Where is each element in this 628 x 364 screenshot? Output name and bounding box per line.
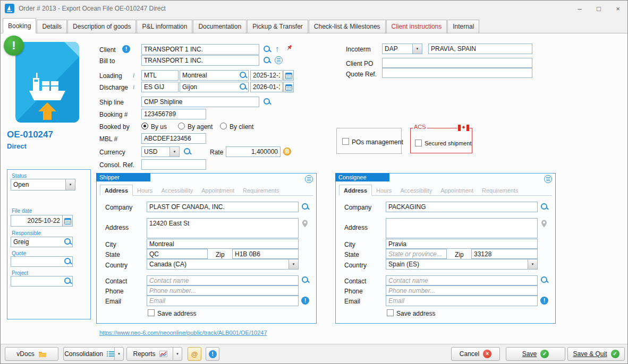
tab-booking[interactable]: Booking: [3, 18, 36, 33]
dropdown-arrow-icon[interactable]: ▼: [528, 259, 537, 269]
consignee-tab-requirements[interactable]: Requirements: [478, 185, 522, 195]
tab-details[interactable]: Details: [37, 20, 67, 33]
shipper-zip-field[interactable]: [232, 249, 299, 259]
shipper-email-field[interactable]: [147, 296, 299, 306]
pos-management-checkbox[interactable]: [342, 138, 349, 145]
consignee-tab-hours[interactable]: Hours: [372, 185, 396, 195]
shipper-menu-icon[interactable]: [305, 175, 313, 183]
consignee-tab-appointment[interactable]: Appointment: [436, 185, 478, 195]
shipper-company-search-icon[interactable]: [301, 203, 310, 211]
discharge-city-field[interactable]: [180, 82, 249, 92]
loading-date-calendar-icon[interactable]: [283, 70, 294, 81]
email-button[interactable]: @: [188, 347, 201, 361]
shipper-tab-accessibility[interactable]: Accessibility: [157, 185, 197, 195]
tab-checklist-milestones[interactable]: Check-list & Milestones: [309, 20, 386, 33]
bill-to-menu-icon[interactable]: [275, 56, 283, 64]
client-field[interactable]: [141, 44, 259, 55]
loading-city-field[interactable]: [180, 70, 249, 81]
discharge-code-field[interactable]: [141, 82, 179, 92]
loading-info-icon[interactable]: i: [133, 72, 134, 80]
file-date-field[interactable]: [11, 215, 63, 227]
consignee-tab-accessibility[interactable]: Accessibility: [396, 185, 436, 195]
dropdown-arrow-icon[interactable]: ▼: [169, 147, 179, 157]
incoterm-select[interactable]: DAP ▼: [382, 44, 422, 54]
shipper-phone-field[interactable]: [147, 285, 299, 296]
tab-pl-information[interactable]: P&L information: [137, 20, 192, 33]
consignee-phone-field[interactable]: [386, 285, 538, 296]
loading-code-field[interactable]: [141, 70, 179, 81]
consignee-save-address-checkbox[interactable]: [387, 309, 394, 316]
bill-to-search-icon[interactable]: [263, 56, 271, 65]
shipper-contact-search-icon[interactable]: [301, 276, 310, 284]
consignee-company-field[interactable]: [386, 202, 538, 212]
consignee-country-select[interactable]: Spain (ES) ▼: [386, 259, 538, 270]
client-po-field[interactable]: [382, 58, 532, 68]
save-button[interactable]: Save ✓: [506, 347, 565, 361]
tab-pickup-transfer[interactable]: Pickup & Transfer: [247, 20, 308, 33]
consignee-contact-search-icon[interactable]: [540, 276, 549, 284]
incoterm-place-field[interactable]: [428, 44, 532, 54]
shipper-tab-address[interactable]: Address: [100, 185, 133, 196]
shipper-tab-appointment[interactable]: Appointment: [197, 185, 239, 195]
consignee-contact-field[interactable]: [386, 275, 538, 285]
consol-ref-field[interactable]: [141, 159, 206, 170]
client-open-icon[interactable]: ↑: [275, 45, 279, 53]
consignee-zip-field[interactable]: [471, 249, 538, 259]
tracking-link[interactable]: https://www.neo-6.com/neoonline/public/t…: [99, 330, 267, 336]
discharge-date-field[interactable]: [250, 82, 283, 92]
shipper-country-select[interactable]: Canada (CA) ▼: [147, 259, 299, 270]
shipper-tab-hours[interactable]: Hours: [133, 185, 157, 195]
tab-internal[interactable]: Internal: [447, 20, 479, 33]
maximize-button[interactable]: □: [589, 1, 608, 16]
vdocs-button[interactable]: vDocs: [5, 347, 58, 361]
tab-client-instructions[interactable]: Client instructions: [386, 20, 447, 33]
currency-select[interactable]: USD ▼: [141, 146, 180, 157]
bill-to-field[interactable]: [141, 55, 259, 66]
booked-by-agent-radio[interactable]: [178, 123, 185, 129]
minimize-button[interactable]: –: [570, 1, 589, 16]
reports-button[interactable]: Reports ▼: [126, 347, 182, 361]
shipper-company-field[interactable]: [147, 202, 299, 212]
consignee-city-field[interactable]: [386, 239, 538, 249]
cancel-button[interactable]: Cancel ×: [451, 347, 500, 361]
dropdown-arrow-icon[interactable]: ▼: [288, 259, 298, 269]
ship-line-search-icon[interactable]: [263, 98, 271, 106]
save-quit-button[interactable]: Save & Quit ✓: [567, 347, 625, 361]
ship-line-field[interactable]: [141, 97, 259, 107]
secured-shipment-checkbox[interactable]: [415, 140, 422, 146]
booked-by-client-radio[interactable]: [220, 123, 227, 129]
shipper-state-field[interactable]: [147, 249, 208, 259]
client-pin-icon[interactable]: [286, 45, 293, 54]
rate-field[interactable]: [226, 146, 281, 157]
discharge-info-icon[interactable]: i: [133, 83, 134, 91]
dropdown-arrow-icon[interactable]: ▼: [173, 348, 182, 360]
mbl-field[interactable]: [141, 133, 206, 144]
loading-search-icon[interactable]: [239, 71, 248, 80]
project-search-icon[interactable]: [64, 277, 72, 285]
consignee-company-search-icon[interactable]: [540, 203, 549, 211]
shipper-city-field[interactable]: [147, 239, 299, 249]
consignee-tab-address[interactable]: Address: [339, 185, 372, 196]
loading-date-field[interactable]: [250, 70, 283, 81]
currency-search-icon[interactable]: [183, 148, 192, 156]
shipper-address-field[interactable]: 12420 East St: [147, 218, 299, 238]
tab-description-of-goods[interactable]: Description of goods: [67, 20, 136, 33]
file-date-calendar-icon[interactable]: [62, 215, 73, 227]
alerts-button[interactable]: !: [206, 347, 219, 361]
consignee-email-field[interactable]: [386, 296, 538, 306]
quote-search-icon[interactable]: [64, 257, 72, 266]
booked-by-us-radio[interactable]: [141, 123, 148, 129]
consignee-address-field[interactable]: [386, 218, 538, 238]
shipper-tab-requirements[interactable]: Requirements: [239, 185, 283, 195]
booking-number-field[interactable]: [141, 109, 206, 119]
status-select[interactable]: Open ▼: [11, 179, 75, 190]
responsible-search-icon[interactable]: [64, 238, 72, 246]
tab-documentation[interactable]: Documentation: [193, 20, 247, 33]
close-button[interactable]: ×: [608, 1, 627, 16]
consolidation-button[interactable]: Consolidation ▼: [63, 347, 124, 361]
discharge-date-calendar-icon[interactable]: [283, 82, 294, 92]
client-search-icon[interactable]: [263, 45, 271, 54]
dropdown-arrow-icon[interactable]: ▼: [114, 348, 123, 360]
quote-ref-field[interactable]: [382, 68, 532, 78]
consignee-state-field[interactable]: [386, 249, 447, 259]
